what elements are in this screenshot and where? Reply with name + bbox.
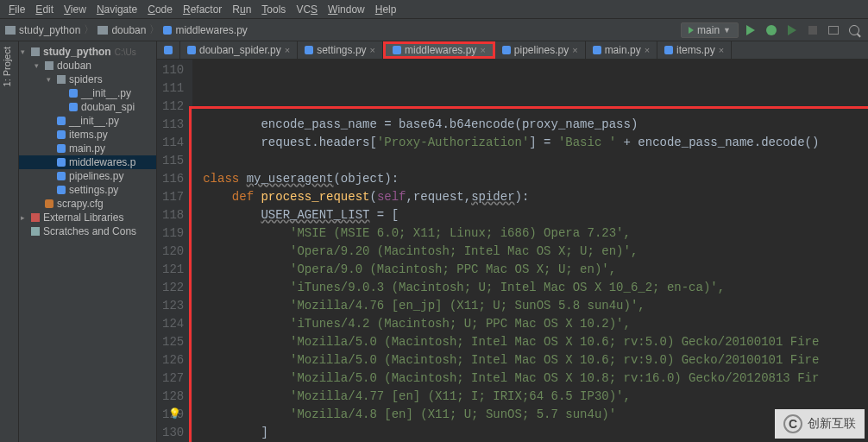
tree-item-label: douban (57, 60, 91, 72)
chevron-right-icon: 〉 (84, 22, 94, 37)
menu-run[interactable]: Run (227, 2, 256, 16)
close-icon[interactable]: × (370, 45, 375, 55)
tree-item[interactable]: middlewares.p (19, 155, 156, 169)
expand-arrow-icon[interactable]: ▾ (47, 75, 53, 84)
tree-item-label: items.py (69, 129, 108, 141)
expand-arrow-icon[interactable]: ▾ (21, 47, 28, 56)
debug-button[interactable] (763, 22, 780, 39)
tree-item[interactable]: scrapy.cfg (19, 197, 156, 211)
expand-arrow-icon[interactable]: ▸ (21, 213, 28, 222)
tree-item-label: middlewares.p (69, 156, 135, 168)
tree-item[interactable]: ▾douban (19, 59, 156, 73)
tree-item-label: scrapy.cfg (57, 198, 104, 210)
tree-item-label: __init__.py (69, 115, 119, 127)
tree-item-label: spiders (69, 73, 103, 85)
tree-item[interactable]: pipelines.py (19, 169, 156, 183)
tree-item[interactable]: items.py (19, 128, 156, 142)
menu-vcs[interactable]: VCS (291, 2, 323, 16)
run-arrow-icon (689, 27, 694, 34)
tree-item-label: douban_spi (81, 101, 135, 113)
python-file-icon (69, 89, 78, 98)
menu-navigate[interactable]: Navigate (91, 2, 142, 16)
tab-label: middlewares.py (405, 44, 476, 56)
tree-item-label: main.py (69, 142, 105, 155)
layout-button[interactable] (825, 22, 842, 39)
folder-icon (31, 47, 40, 56)
config-file-icon (45, 199, 53, 208)
navigation-bar: study_python 〉 douban 〉 middlewares.py m… (0, 19, 868, 41)
coverage-button[interactable] (783, 22, 801, 39)
tab-label: pipelines.py (514, 44, 569, 56)
close-icon[interactable]: × (285, 45, 290, 55)
editor-tab[interactable]: douban_spider.py× (180, 41, 298, 59)
run-config-label: main (697, 24, 720, 36)
menu-tools[interactable]: Tools (256, 2, 291, 16)
python-file-icon (57, 130, 66, 139)
menu-refactor[interactable]: Refactor (178, 2, 227, 16)
tree-item-label: __init__.py (81, 87, 131, 99)
tree-item[interactable]: ▾spiders (19, 73, 156, 86)
tree-item[interactable]: __init__.py (19, 86, 156, 100)
python-file-icon (57, 117, 66, 125)
chevron-right-icon: 〉 (149, 22, 160, 37)
code-area[interactable]: encode_pass_name = base64.b64encode(prox… (192, 60, 819, 442)
menu-file[interactable]: File (3, 2, 30, 16)
python-file-icon (305, 46, 313, 54)
tab-label: settings.py (317, 44, 366, 56)
python-file-icon (57, 144, 66, 153)
bug-icon (766, 25, 777, 35)
close-icon[interactable]: × (572, 45, 577, 55)
play-icon (746, 25, 755, 35)
tree-item-label: settings.py (69, 184, 118, 196)
project-tree[interactable]: ▾ study_python C:\Us ▾douban▾spiders__in… (19, 41, 157, 442)
tree-scratches[interactable]: Scratches and Cons (19, 224, 156, 238)
scratch-icon (31, 227, 40, 236)
tree-item[interactable]: settings.py (19, 183, 156, 197)
expand-arrow-icon[interactable]: ▾ (35, 61, 41, 70)
line-gutter: 1101111121131141151161171181191201211221… (157, 60, 192, 442)
menu-edit[interactable]: Edit (30, 2, 59, 16)
editor-tab[interactable]: settings.py× (298, 41, 383, 59)
tree-external-libraries[interactable]: ▸ External Libraries (19, 211, 156, 224)
python-file-icon (163, 26, 172, 35)
menu-help[interactable]: Help (370, 2, 402, 16)
tree-root[interactable]: ▾ study_python C:\Us (19, 45, 156, 59)
close-icon[interactable]: × (645, 45, 650, 55)
intention-bulb-icon[interactable]: 💡 (168, 406, 181, 424)
toolbar-right: main ▼ (681, 22, 863, 39)
tree-item[interactable]: douban_spi (19, 100, 156, 114)
run-button[interactable] (742, 22, 759, 39)
folder-icon (45, 61, 53, 70)
close-icon[interactable]: × (719, 45, 724, 55)
python-file-icon (164, 46, 173, 54)
editor-tab[interactable] (157, 41, 180, 59)
python-file-icon (393, 46, 401, 54)
folder-icon (97, 26, 108, 35)
python-file-icon (69, 103, 78, 111)
editor-tab[interactable]: pipelines.py× (495, 41, 586, 59)
editor-tab[interactable]: items.py× (657, 41, 732, 59)
menu-window[interactable]: Window (323, 2, 370, 16)
left-strip: 1: Project (0, 41, 19, 442)
tree-item-label: pipelines.py (69, 170, 123, 182)
folder-icon (57, 75, 66, 84)
breadcrumb[interactable]: study_python 〉 douban 〉 middlewares.py (5, 22, 248, 37)
menu-view[interactable]: View (59, 2, 91, 16)
search-everywhere-button[interactable] (846, 22, 863, 39)
close-icon[interactable]: × (480, 45, 485, 55)
project-tool-toggle[interactable]: 1: Project (0, 41, 14, 92)
tab-label: douban_spider.py (199, 44, 281, 56)
tab-label: main.py (605, 44, 641, 56)
editor-tabs: douban_spider.py×settings.py×middlewares… (157, 41, 868, 60)
code-editor[interactable]: 1101111121131141151161171181191201211221… (157, 60, 868, 442)
run-config-selector[interactable]: main ▼ (681, 22, 739, 38)
python-file-icon (502, 46, 511, 54)
tree-item[interactable]: main.py (19, 142, 156, 155)
layout-icon (828, 26, 839, 35)
breadcrumb-file: middlewares.py (175, 24, 247, 36)
tree-item[interactable]: __init__.py (19, 114, 156, 128)
editor-tab[interactable]: middlewares.py× (383, 41, 495, 59)
editor-tab[interactable]: main.py× (586, 41, 657, 59)
stop-button[interactable] (804, 22, 821, 39)
menu-code[interactable]: Code (142, 2, 178, 16)
